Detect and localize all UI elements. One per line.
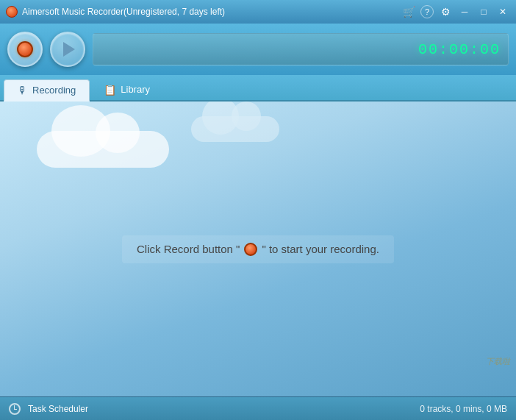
instruction-prefix: Click Record button " — [137, 243, 240, 255]
timer-display: 00:00:00 — [418, 41, 501, 58]
record-button[interactable] — [7, 32, 43, 67]
tabs: 🎙 Recording 📋 Library — [0, 75, 516, 102]
recording-tab-icon: 🎙 — [18, 85, 28, 96]
settings-icon[interactable]: ⚙ — [438, 4, 453, 19]
play-button[interactable] — [50, 32, 85, 67]
close-button[interactable]: ✕ — [495, 4, 510, 19]
minimize-button[interactable]: ─ — [457, 4, 472, 19]
title-bar-left: Aimersoft Music Recorder(Unregistered, 7… — [6, 6, 225, 18]
instruction-suffix: " to start your recording. — [262, 243, 379, 255]
record-icon — [17, 41, 33, 57]
tab-library[interactable]: 📋 Library — [90, 78, 164, 100]
instruction-text: Click Record button " " to start your re… — [122, 235, 394, 263]
maximize-button[interactable]: □ — [476, 4, 491, 19]
title-bar: Aimersoft Music Recorder(Unregistered, 7… — [0, 0, 516, 24]
app-icon — [6, 6, 18, 18]
watermark: 下载啦 — [486, 356, 510, 367]
help-icon[interactable]: ? — [420, 5, 434, 18]
recording-tab-label: Recording — [32, 85, 76, 96]
title-text: Aimersoft Music Recorder(Unregistered, 7… — [22, 7, 225, 17]
play-icon — [63, 42, 75, 57]
library-tab-icon: 📋 — [104, 84, 116, 96]
clock-icon — [9, 403, 21, 415]
tab-recording[interactable]: 🎙 Recording — [4, 79, 90, 102]
cart-icon[interactable]: 🛒 — [401, 4, 416, 19]
status-bar: Task Scheduler 0 tracks, 0 mins, 0 MB — [0, 396, 516, 420]
inline-record-icon — [244, 243, 257, 256]
cloud-decoration-2 — [191, 116, 279, 142]
toolbar: 00:00:00 — [0, 24, 516, 75]
progress-area: 00:00:00 — [93, 33, 509, 65]
cloud-decoration-1 — [37, 131, 169, 168]
status-info: 0 tracks, 0 mins, 0 MB — [420, 404, 507, 414]
title-controls: 🛒 ? ⚙ ─ □ ✕ — [401, 4, 510, 19]
library-tab-label: Library — [121, 84, 150, 95]
task-scheduler-label[interactable]: Task Scheduler — [28, 404, 88, 414]
main-content: Click Record button " " to start your re… — [0, 102, 516, 396]
